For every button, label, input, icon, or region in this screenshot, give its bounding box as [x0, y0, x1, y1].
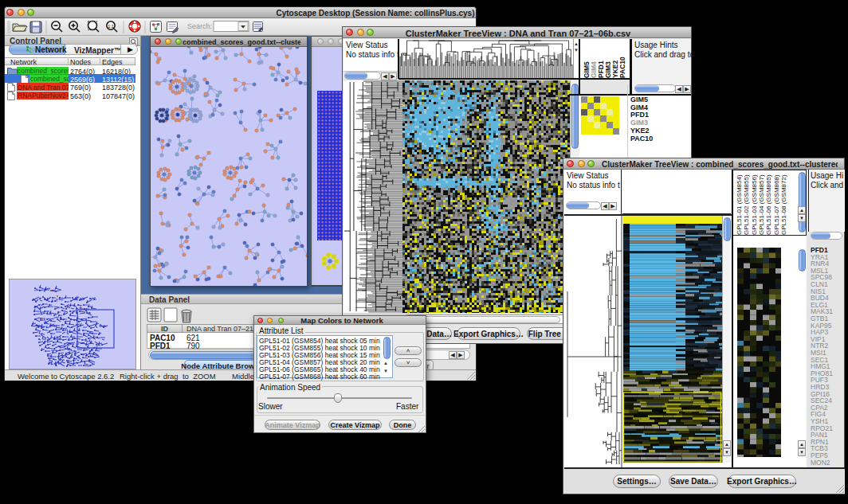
svg-text:Search:: Search: — [187, 22, 212, 30]
svg-text:1:1: 1:1 — [108, 24, 114, 29]
